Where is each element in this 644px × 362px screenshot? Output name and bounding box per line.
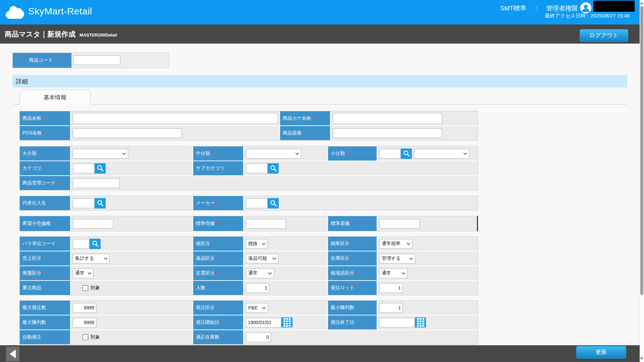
auto-order-checkbox[interactable] xyxy=(83,335,88,340)
chevron-down-icon xyxy=(268,271,272,275)
min-display-qty-input[interactable] xyxy=(379,303,403,313)
form-row: 最大発注数*発注区分*P&E最小陳列数 xyxy=(20,301,478,315)
priority-product-checkbox[interactable] xyxy=(83,285,88,291)
checkbox-label: 対象 xyxy=(91,285,100,291)
order-end-date-input-calendar-button[interactable] xyxy=(415,317,426,327)
required-asterisk: * xyxy=(350,221,352,226)
product-kana-name-input[interactable] xyxy=(333,113,442,124)
unit-code-lookup-button[interactable] xyxy=(90,239,101,249)
chevron-down-icon xyxy=(401,271,405,275)
form-group: バラ単位コード税区分*税抜税率区分*通常税率売上区分*集計する返品区分*返品可能… xyxy=(19,236,478,295)
required-asterisk: * xyxy=(51,221,53,226)
max-order-qty-input[interactable] xyxy=(73,303,96,313)
tax-class-select[interactable]: 税抜 xyxy=(246,239,268,249)
rep-supplier-lookup[interactable] xyxy=(73,198,95,208)
field-label: メーカー* xyxy=(193,196,244,210)
required-asterisk: * xyxy=(355,270,357,276)
required-asterisk: * xyxy=(42,256,44,261)
selected-value: 通常 xyxy=(382,270,391,276)
chevron-down-icon xyxy=(262,241,265,245)
unit-code-lookup[interactable] xyxy=(73,239,90,249)
product-mgmt-code-input[interactable] xyxy=(73,178,120,188)
form-row: カテゴリサブカテゴリ xyxy=(20,161,478,175)
field-label: カテゴリ xyxy=(20,161,71,175)
vertical-scrollbar[interactable] xyxy=(640,0,644,362)
return-class-select[interactable]: 返品可能 xyxy=(246,254,278,263)
scroll-up-icon[interactable] xyxy=(640,2,643,4)
optimal-stock-qty-input[interactable] xyxy=(246,333,271,342)
order-class-select[interactable]: P&E xyxy=(246,303,268,313)
field-cell xyxy=(71,176,478,190)
update-button[interactable]: 更新 xyxy=(576,346,626,359)
market-price-class-select[interactable]: 通常 xyxy=(379,268,408,278)
field-cell: 返品可能 xyxy=(244,251,328,265)
product-spec-input[interactable] xyxy=(333,128,442,138)
required-asterisk: * xyxy=(215,270,217,276)
category-lookup-button[interactable] xyxy=(95,163,106,174)
required-asterisk: * xyxy=(206,285,208,291)
minor-category-select[interactable] xyxy=(414,149,469,159)
standard-price-input[interactable] xyxy=(246,219,286,229)
field-cell xyxy=(71,146,193,161)
field-label: 廃盤区分* xyxy=(20,266,71,280)
product-code-input[interactable] xyxy=(73,55,120,65)
discontinued-class-select[interactable]: 通常 xyxy=(73,268,94,278)
redacted-user-name xyxy=(593,1,635,12)
form-row: 代表仕入先*メーカー* xyxy=(20,196,478,210)
rep-supplier-lookup-button[interactable] xyxy=(95,198,106,208)
quantity-per-pack-input[interactable] xyxy=(246,283,269,293)
maker-lookup-button[interactable] xyxy=(268,198,279,208)
field-label: 最小陳列数 xyxy=(328,301,377,315)
minor-category-lookup[interactable] xyxy=(379,149,401,159)
selected-value: 管理する xyxy=(382,255,401,261)
field-label: 適正在庫数 xyxy=(193,330,244,344)
order-start-date-input[interactable] xyxy=(246,318,281,327)
chevron-down-icon xyxy=(104,256,107,260)
order-lot-input[interactable] xyxy=(379,283,403,293)
maker-lookup[interactable] xyxy=(246,198,268,208)
page-subtitle: MASTER200Detail xyxy=(79,33,117,38)
field-cell xyxy=(244,315,328,329)
middle-category-select[interactable] xyxy=(246,149,301,159)
tax-rate-class-select[interactable]: 通常税率 xyxy=(379,239,413,249)
minor-category-lookup-button[interactable] xyxy=(401,148,412,159)
subcategory-lookup[interactable] xyxy=(246,164,268,173)
order-end-date-input[interactable] xyxy=(379,318,415,327)
standard-cost-input[interactable] xyxy=(379,219,420,229)
chevron-down-icon xyxy=(88,271,91,275)
logout-button[interactable]: ログアウト xyxy=(580,29,628,42)
form-row: POS名称*商品規格 xyxy=(20,125,478,140)
field-label: サブカテゴリ xyxy=(193,161,244,175)
fixed-weight-class-select[interactable]: 通常 xyxy=(246,268,274,278)
sales-class-select[interactable]: 集計する xyxy=(73,254,110,263)
order-start-date-input-calendar-button[interactable] xyxy=(281,317,292,327)
env-separator: ： xyxy=(533,4,539,13)
cloud-icon xyxy=(5,5,25,19)
stock-class-select[interactable]: 管理する xyxy=(379,254,415,263)
required-asterisk: * xyxy=(215,221,217,226)
subcategory-lookup-button[interactable] xyxy=(268,163,279,174)
product-name-input[interactable] xyxy=(73,113,278,124)
field-cell xyxy=(244,161,478,175)
field-cell xyxy=(244,281,328,295)
max-display-qty-input[interactable] xyxy=(73,318,96,327)
major-category-select[interactable] xyxy=(73,149,128,159)
retail-price-input[interactable] xyxy=(73,219,113,229)
field-cell xyxy=(71,126,280,140)
user-icon[interactable] xyxy=(580,2,591,13)
field-cell: 管理する xyxy=(377,251,478,265)
field-cell xyxy=(71,315,193,329)
tab-basic-info[interactable]: 基本情報 xyxy=(19,89,91,105)
field-label: 発注区分* xyxy=(193,301,244,315)
field-cell xyxy=(377,315,478,329)
field-cell: P&E xyxy=(244,301,328,315)
field-label: POS名称* xyxy=(20,126,71,140)
product-code-label: 商品コード* xyxy=(13,53,71,68)
scroll-down-icon[interactable] xyxy=(640,357,643,360)
back-button[interactable] xyxy=(6,347,19,361)
pos-name-input[interactable] xyxy=(73,128,182,138)
category-lookup[interactable] xyxy=(73,164,95,173)
field-cell xyxy=(244,196,478,210)
field-cell xyxy=(331,126,478,140)
scrollbar-thumb[interactable] xyxy=(640,6,643,295)
